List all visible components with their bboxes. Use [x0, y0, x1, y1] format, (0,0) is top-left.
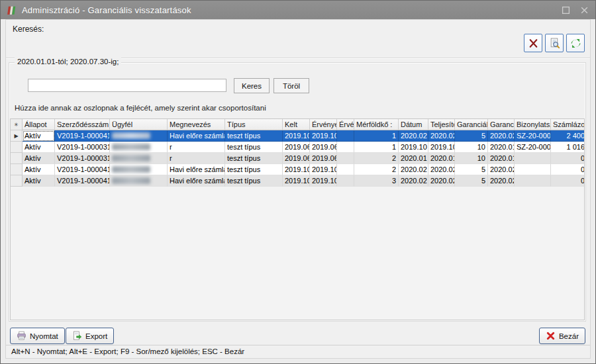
- column-header[interactable]: Mérföldkő :: [354, 119, 399, 130]
- torol-button[interactable]: Töröl: [273, 78, 309, 93]
- grid-cell[interactable]: 2: [354, 164, 399, 175]
- grid-cell[interactable]: 3: [354, 175, 399, 187]
- table-row[interactable]: ▶AktívV2019-1-000041Havi előre számláz:t…: [11, 130, 584, 142]
- grid-cell[interactable]: [337, 142, 354, 153]
- grid-cell[interactable]: SZ-20-000: [515, 142, 551, 153]
- grid-cell[interactable]: Aktív: [23, 175, 55, 187]
- column-header[interactable]: Érvénye: [337, 119, 354, 130]
- column-header[interactable]: Ügyfél: [110, 119, 168, 130]
- column-header[interactable]: Típus: [225, 119, 283, 130]
- grid-cell[interactable]: Aktív: [23, 142, 55, 153]
- grid-cell[interactable]: 2019.10: [283, 130, 310, 142]
- grid-cell[interactable]: [337, 164, 354, 175]
- grid-cell[interactable]: 2020.02: [428, 164, 455, 175]
- column-header[interactable]: Számlázott: [551, 119, 585, 130]
- print-button[interactable]: Nyomtat: [10, 328, 65, 344]
- grid-cell[interactable]: 2 400: [551, 130, 585, 142]
- column-header[interactable]: Garanciális: [455, 119, 488, 130]
- customer-blurred-cell[interactable]: [110, 142, 168, 153]
- grid-cell[interactable]: teszt típus: [225, 142, 283, 153]
- grid-cell[interactable]: 2019.10: [283, 164, 310, 175]
- grid-cell[interactable]: teszt típus: [225, 164, 283, 175]
- refresh-button[interactable]: [566, 34, 585, 52]
- grid-cell[interactable]: r: [168, 142, 225, 153]
- grid-cell[interactable]: 2019.10: [310, 130, 337, 142]
- row-indicator[interactable]: [11, 142, 23, 153]
- customer-blurred-cell[interactable]: [110, 130, 168, 142]
- grid-cell[interactable]: 10: [455, 142, 488, 153]
- column-header[interactable]: Érvénye:: [310, 119, 337, 130]
- grid-cell[interactable]: 1: [354, 130, 399, 142]
- grid-cell[interactable]: teszt típus: [225, 153, 283, 164]
- grid-cell[interactable]: 2019.06: [283, 153, 310, 164]
- grid-cell[interactable]: 2020.02: [428, 130, 455, 142]
- table-row[interactable]: AktívV2019-1-000031rteszt típus2019.0620…: [11, 153, 584, 164]
- grid-cell[interactable]: 2019.10: [399, 142, 428, 153]
- grid-cell[interactable]: r: [168, 153, 225, 164]
- grid-cell[interactable]: 5: [455, 164, 488, 175]
- customer-blurred-cell[interactable]: [110, 164, 168, 175]
- table-row[interactable]: AktívV2019-1-000031rteszt típus2019.0620…: [11, 142, 584, 153]
- grid-cell[interactable]: 2019.10: [283, 175, 310, 187]
- grid-cell[interactable]: Havi előre számláz:: [168, 164, 225, 175]
- grid-cell[interactable]: 1 016: [551, 142, 585, 153]
- grid-cell[interactable]: 2019.06: [310, 142, 337, 153]
- clear-filter-button[interactable]: [524, 34, 542, 52]
- grid-cell[interactable]: 2020.01: [399, 153, 428, 164]
- grid-cell[interactable]: teszt típus: [225, 175, 283, 187]
- grid-cell[interactable]: [515, 164, 551, 175]
- grid-cell[interactable]: 2019.06: [283, 142, 310, 153]
- grid-cell[interactable]: 0: [551, 153, 585, 164]
- grid-cell[interactable]: V2019-1-000041: [55, 175, 110, 187]
- grid-cell[interactable]: SZ-20-000: [515, 130, 551, 142]
- grid-cell[interactable]: Aktív: [23, 130, 55, 142]
- grid-cell[interactable]: Aktív: [23, 153, 55, 164]
- grid-cell[interactable]: 2020.01: [488, 142, 515, 153]
- grid-cell[interactable]: 2020.01: [488, 153, 515, 164]
- customer-blurred-cell[interactable]: [110, 175, 168, 187]
- grid-cell[interactable]: 1: [354, 142, 399, 153]
- customer-blurred-cell[interactable]: [110, 153, 168, 164]
- grid-cell[interactable]: [515, 153, 551, 164]
- close-icon[interactable]: [579, 5, 589, 15]
- grid-cell[interactable]: 2: [354, 153, 399, 164]
- column-header[interactable]: Bizonylatsz: [515, 119, 551, 130]
- grid-cell[interactable]: [515, 175, 551, 187]
- column-header[interactable]: Teljesíté: [428, 119, 455, 130]
- grid-cell[interactable]: 2019.10: [310, 164, 337, 175]
- row-indicator[interactable]: [11, 175, 23, 187]
- column-header[interactable]: Dátum: [399, 119, 428, 130]
- grid-cell[interactable]: Aktív: [23, 164, 55, 175]
- grid-cell[interactable]: [337, 153, 354, 164]
- export-button[interactable]: Export: [66, 328, 114, 344]
- grid-cell[interactable]: V2019-1-000031: [55, 142, 110, 153]
- column-header[interactable]: Megnevezés: [168, 119, 225, 130]
- keres-button[interactable]: Keres: [234, 78, 270, 93]
- grid-cell[interactable]: 2019.10: [310, 175, 337, 187]
- results-grid[interactable]: ✳ÁllapotSzerződésszámÜgyfélMegnevezésTíp…: [10, 118, 585, 320]
- grid-cell[interactable]: 10: [455, 153, 488, 164]
- grid-cell[interactable]: [337, 175, 354, 187]
- grid-cell[interactable]: 2020.02: [428, 175, 455, 187]
- titlebar[interactable]: Adminisztráció - Garanciális visszatartá…: [1, 1, 595, 19]
- row-indicator[interactable]: [11, 164, 23, 175]
- grid-cell[interactable]: 2020.01: [428, 153, 455, 164]
- column-header[interactable]: Állapot: [23, 119, 55, 130]
- column-header[interactable]: Szerződésszám: [55, 119, 110, 130]
- column-header[interactable]: Kelt: [283, 119, 310, 130]
- grid-cell[interactable]: 2020.02: [488, 164, 515, 175]
- row-indicator[interactable]: [11, 153, 23, 164]
- grid-cell[interactable]: V2019-1-000041: [55, 130, 110, 142]
- search-input[interactable]: [28, 79, 226, 92]
- grid-cell[interactable]: 2020.02: [488, 175, 515, 187]
- grid-cell[interactable]: 2020.02: [399, 164, 428, 175]
- grid-cell[interactable]: [337, 130, 354, 142]
- grid-cell[interactable]: Havi előre számláz:: [168, 130, 225, 142]
- grid-cell[interactable]: Havi előre számláz:: [168, 175, 225, 187]
- grid-cell[interactable]: V2019-1-000041: [55, 164, 110, 175]
- table-row[interactable]: AktívV2019-1-000041Havi előre számláz:te…: [11, 175, 584, 187]
- grid-cell[interactable]: 2020.02: [399, 175, 428, 187]
- grid-cell[interactable]: V2019-1-000031: [55, 153, 110, 164]
- grid-cell[interactable]: 0: [551, 164, 585, 175]
- table-row[interactable]: AktívV2019-1-000041Havi előre számláz:te…: [11, 164, 584, 175]
